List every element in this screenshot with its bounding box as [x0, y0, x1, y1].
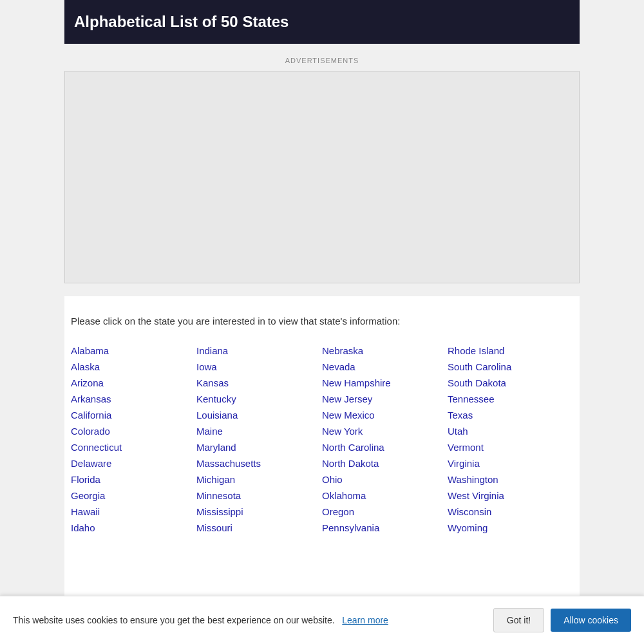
state-link[interactable]: Tennessee: [448, 391, 573, 407]
state-link[interactable]: South Dakota: [448, 375, 573, 391]
state-link[interactable]: Alaska: [71, 359, 196, 375]
cookie-learn-more-link[interactable]: Learn more: [342, 615, 388, 625]
state-link[interactable]: Missouri: [196, 520, 322, 536]
state-link[interactable]: West Virginia: [448, 488, 573, 504]
state-link[interactable]: Wisconsin: [448, 504, 573, 520]
state-link[interactable]: California: [71, 407, 196, 423]
state-link[interactable]: Delaware: [71, 455, 196, 471]
state-column-3: Nebraska Nevada New Hampshire New Jersey…: [322, 343, 448, 536]
state-link[interactable]: Minnesota: [196, 488, 322, 504]
state-link[interactable]: Kentucky: [196, 391, 322, 407]
state-link[interactable]: Utah: [448, 423, 573, 439]
state-link[interactable]: North Dakota: [322, 455, 448, 471]
intro-text: Please click on the state you are intere…: [71, 316, 573, 327]
state-link[interactable]: New York: [322, 423, 448, 439]
state-link[interactable]: New Jersey: [322, 391, 448, 407]
state-column-4: Rhode Island South Carolina South Dakota…: [448, 343, 573, 536]
cookie-buttons: Got it! Allow cookies: [493, 608, 631, 632]
state-link[interactable]: Florida: [71, 471, 196, 488]
state-link[interactable]: Nebraska: [322, 343, 448, 359]
cookie-banner: This website uses cookies to ensure you …: [0, 596, 644, 644]
state-link[interactable]: Maryland: [196, 439, 322, 455]
state-link[interactable]: Ohio: [322, 471, 448, 488]
state-link[interactable]: Idaho: [71, 520, 196, 536]
state-link[interactable]: Vermont: [448, 439, 573, 455]
state-link[interactable]: Rhode Island: [448, 343, 573, 359]
state-column-1: Alabama Alaska Arizona Arkansas Californ…: [71, 343, 196, 536]
cookie-text: This website uses cookies to ensure you …: [13, 615, 480, 625]
allow-cookies-button[interactable]: Allow cookies: [551, 609, 631, 632]
state-link[interactable]: Texas: [448, 407, 573, 423]
state-link[interactable]: Connecticut: [71, 439, 196, 455]
state-link[interactable]: Iowa: [196, 359, 322, 375]
state-link[interactable]: Kansas: [196, 375, 322, 391]
state-link[interactable]: Nevada: [322, 359, 448, 375]
ads-section: ADVERTISEMENTS: [0, 44, 644, 296]
state-link[interactable]: Mississippi: [196, 504, 322, 520]
state-link[interactable]: Hawaii: [71, 504, 196, 520]
state-link[interactable]: Arizona: [71, 375, 196, 391]
state-link[interactable]: Colorado: [71, 423, 196, 439]
state-link[interactable]: North Carolina: [322, 439, 448, 455]
state-link[interactable]: South Carolina: [448, 359, 573, 375]
page-wrapper: Alphabetical List of 50 States ADVERTISE…: [0, 0, 644, 644]
state-link[interactable]: New Mexico: [322, 407, 448, 423]
state-link[interactable]: Maine: [196, 423, 322, 439]
got-it-button[interactable]: Got it!: [493, 608, 544, 632]
state-link[interactable]: Oklahoma: [322, 488, 448, 504]
state-link[interactable]: New Hampshire: [322, 375, 448, 391]
header-section: Alphabetical List of 50 States: [64, 0, 580, 44]
page-title: Alphabetical List of 50 States: [74, 13, 570, 31]
states-grid: Alabama Alaska Arizona Arkansas Californ…: [71, 343, 573, 536]
state-link[interactable]: Louisiana: [196, 407, 322, 423]
state-link[interactable]: Michigan: [196, 471, 322, 488]
state-link[interactable]: Pennsylvania: [322, 520, 448, 536]
state-link[interactable]: Oregon: [322, 504, 448, 520]
state-link[interactable]: Georgia: [71, 488, 196, 504]
state-column-2: Indiana Iowa Kansas Kentucky Louisiana M…: [196, 343, 322, 536]
state-link[interactable]: Alabama: [71, 343, 196, 359]
state-link[interactable]: Indiana: [196, 343, 322, 359]
state-link[interactable]: Washington: [448, 471, 573, 488]
state-link[interactable]: Virginia: [448, 455, 573, 471]
ads-label: ADVERTISEMENTS: [0, 57, 644, 64]
content-area: Please click on the state you are intere…: [64, 296, 580, 618]
state-link[interactable]: Arkansas: [71, 391, 196, 407]
state-link[interactable]: Wyoming: [448, 520, 573, 536]
ads-banner: [64, 71, 580, 283]
state-link[interactable]: Massachusetts: [196, 455, 322, 471]
